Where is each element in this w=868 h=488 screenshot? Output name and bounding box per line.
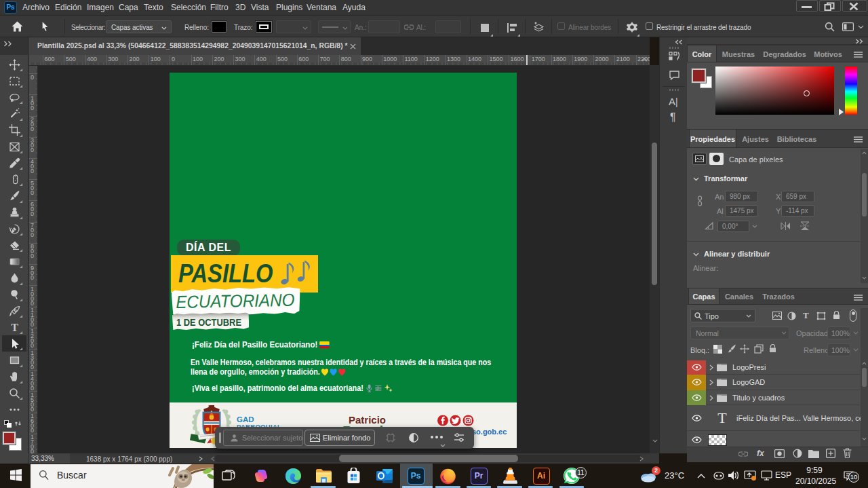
svg-text:T: T — [11, 322, 18, 333]
